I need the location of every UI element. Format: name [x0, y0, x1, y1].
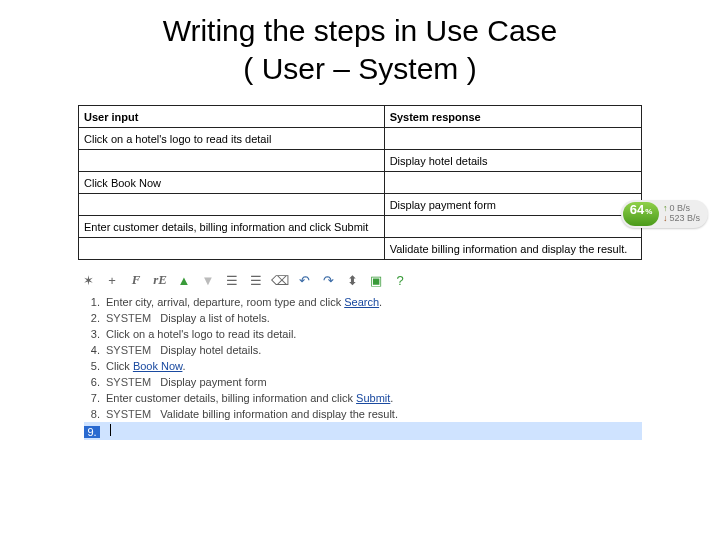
step-number: 7.	[84, 392, 100, 404]
indent-icon[interactable]: ☰	[246, 270, 266, 290]
step-number: 9.	[84, 426, 100, 438]
list-item[interactable]: 3.Click on a hotel's logo to read its de…	[84, 326, 642, 342]
step-text: SYSTEM Validate billing information and …	[106, 408, 398, 420]
cell-system	[384, 216, 641, 238]
step-number: 6.	[84, 376, 100, 388]
split-icon[interactable]: ⬍	[342, 270, 362, 290]
table-row: Display hotel details	[79, 150, 642, 172]
list-item[interactable]: 1.Enter city, arrival, departure, room t…	[84, 294, 642, 310]
font-f-icon[interactable]: F	[126, 270, 146, 290]
use-case-table: User input System response Click on a ho…	[78, 105, 642, 260]
plus-icon[interactable]: +	[102, 270, 122, 290]
percent-sign: %	[644, 207, 652, 216]
caret-up-icon[interactable]: ▲	[174, 270, 194, 290]
step-link[interactable]: Search	[344, 296, 379, 308]
text-cursor	[110, 424, 111, 436]
step-number: 3.	[84, 328, 100, 340]
step-number: 1.	[84, 296, 100, 308]
network-value: 64	[630, 202, 644, 217]
list-item-active[interactable]: 9.	[84, 422, 642, 440]
network-speeds: ↑0 B/s ↓523 B/s	[663, 204, 700, 224]
step-text: Click on a hotel's logo to read its deta…	[106, 328, 296, 340]
title-line-1: Writing the steps in Use Case	[163, 14, 558, 47]
cell-user	[79, 194, 385, 216]
step-text: Enter customer details, billing informat…	[106, 392, 393, 404]
system-label: SYSTEM	[106, 376, 151, 388]
system-label: SYSTEM	[106, 344, 151, 356]
step-text: Enter city, arrival, departure, room typ…	[106, 296, 382, 308]
cell-user: Enter customer details, billing informat…	[79, 216, 385, 238]
step-link[interactable]: Book Now	[133, 360, 183, 372]
list-item[interactable]: 6.SYSTEM Display payment form	[84, 374, 642, 390]
undo-icon[interactable]: ↶	[294, 270, 314, 290]
table-row: Enter customer details, billing informat…	[79, 216, 642, 238]
steps-editor[interactable]: 1.Enter city, arrival, departure, room t…	[78, 294, 642, 440]
font-re-icon[interactable]: rE	[150, 270, 170, 290]
eraser-icon[interactable]: ⌫	[270, 270, 290, 290]
cell-system	[384, 128, 641, 150]
step-text: SYSTEM Display hotel details.	[106, 344, 261, 356]
title-line-2: ( User – System )	[243, 52, 476, 85]
cell-user: Click Book Now	[79, 172, 385, 194]
network-badge: 64%	[623, 202, 659, 226]
table-row: Click on a hotel's logo to read its deta…	[79, 128, 642, 150]
table-row: Validate billing information and display…	[79, 238, 642, 260]
download-speed: 523 B/s	[669, 214, 700, 224]
slide-title: Writing the steps in Use Case ( User – S…	[0, 0, 720, 87]
editor-toolbar: ✶ + F rE ▲ ▼ ☰ ☰ ⌫ ↶ ↷ ⬍ ▣ ?	[78, 260, 642, 294]
network-widget[interactable]: 64% ↑0 B/s ↓523 B/s	[621, 200, 708, 228]
list-item[interactable]: 5.Click Book Now.	[84, 358, 642, 374]
system-label: SYSTEM	[106, 408, 151, 420]
cell-system: Display payment form	[384, 194, 641, 216]
step-number: 5.	[84, 360, 100, 372]
step-text: SYSTEM Display a list of hotels.	[106, 312, 270, 324]
col-header-system: System response	[384, 106, 641, 128]
redo-icon[interactable]: ↷	[318, 270, 338, 290]
cell-system: Display hotel details	[384, 150, 641, 172]
table-row: Display payment form	[79, 194, 642, 216]
step-number: 2.	[84, 312, 100, 324]
cell-system	[384, 172, 641, 194]
caret-down-icon[interactable]: ▼	[198, 270, 218, 290]
sparkle-icon[interactable]: ✶	[78, 270, 98, 290]
download-icon: ↓	[663, 214, 668, 224]
help-icon[interactable]: ?	[390, 270, 410, 290]
step-text: Click Book Now.	[106, 360, 185, 372]
table-row: Click Book Now	[79, 172, 642, 194]
cell-user	[79, 150, 385, 172]
step-number: 4.	[84, 344, 100, 356]
list-item[interactable]: 4.SYSTEM Display hotel details.	[84, 342, 642, 358]
slide-content: User input System response Click on a ho…	[0, 87, 720, 440]
list-item[interactable]: 7.Enter customer details, billing inform…	[84, 390, 642, 406]
list-item[interactable]: 8.SYSTEM Validate billing information an…	[84, 406, 642, 422]
box-icon[interactable]: ▣	[366, 270, 386, 290]
outdent-icon[interactable]: ☰	[222, 270, 242, 290]
cell-user	[79, 238, 385, 260]
col-header-user: User input	[79, 106, 385, 128]
cell-user: Click on a hotel's logo to read its deta…	[79, 128, 385, 150]
step-text: SYSTEM Display payment form	[106, 376, 267, 388]
step-number: 8.	[84, 408, 100, 420]
cell-system: Validate billing information and display…	[384, 238, 641, 260]
system-label: SYSTEM	[106, 312, 151, 324]
list-item[interactable]: 2.SYSTEM Display a list of hotels.	[84, 310, 642, 326]
step-link[interactable]: Submit	[356, 392, 390, 404]
